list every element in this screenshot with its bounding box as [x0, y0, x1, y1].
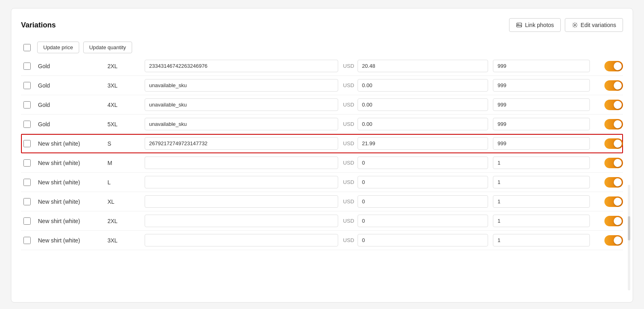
qty-input-2[interactable] [493, 98, 590, 111]
row-checkbox-wrapper-7[interactable] [21, 198, 33, 205]
price-input-6[interactable] [358, 176, 488, 188]
qty-input-4[interactable] [493, 137, 590, 150]
toggle-switch-4[interactable] [604, 138, 623, 149]
row-toggle-col-5[interactable] [595, 158, 623, 168]
sku-input-3[interactable] [145, 118, 338, 130]
row-checkbox-0[interactable] [23, 63, 31, 70]
qty-input-9[interactable] [493, 234, 590, 246]
row-sku-9[interactable] [145, 234, 338, 246]
row-toggle-col-1[interactable] [595, 80, 623, 91]
sku-input-9[interactable] [145, 234, 338, 246]
row-checkbox-wrapper-4[interactable] [21, 140, 33, 147]
qty-input-1[interactable] [493, 79, 590, 92]
row-qty-0[interactable] [493, 60, 590, 72]
row-checkbox-wrapper-1[interactable] [21, 82, 33, 89]
sku-input-8[interactable] [145, 215, 338, 227]
row-qty-4[interactable] [493, 137, 590, 150]
price-input-7[interactable] [358, 195, 488, 208]
price-input-9[interactable] [358, 234, 488, 246]
qty-input-8[interactable] [493, 215, 590, 227]
row-checkbox-wrapper-2[interactable] [21, 101, 33, 109]
row-toggle-col-6[interactable] [595, 177, 623, 188]
row-toggle-col-0[interactable] [595, 61, 623, 71]
sku-input-1[interactable] [145, 79, 338, 92]
sku-input-0[interactable] [145, 60, 338, 72]
row-checkbox-wrapper-9[interactable] [21, 237, 33, 244]
row-qty-7[interactable] [493, 195, 590, 208]
price-input-8[interactable] [358, 215, 488, 227]
row-qty-1[interactable] [493, 79, 590, 92]
price-input-1[interactable] [358, 79, 488, 92]
sku-input-2[interactable] [145, 98, 338, 111]
row-checkbox-9[interactable] [23, 237, 31, 244]
qty-input-0[interactable] [493, 60, 590, 72]
toggle-switch-8[interactable] [604, 216, 623, 226]
select-all-checkbox[interactable] [23, 44, 31, 51]
row-checkbox-wrapper-5[interactable] [21, 159, 33, 167]
row-qty-9[interactable] [493, 234, 590, 246]
row-checkbox-wrapper-3[interactable] [21, 121, 33, 128]
price-input-3[interactable] [358, 118, 488, 130]
row-checkbox-wrapper-8[interactable] [21, 217, 33, 225]
qty-input-5[interactable] [493, 157, 590, 169]
toggle-slider-9 [604, 235, 623, 246]
toggle-switch-3[interactable] [604, 119, 623, 129]
row-toggle-col-3[interactable] [595, 119, 623, 129]
row-checkbox-5[interactable] [23, 159, 31, 167]
row-qty-8[interactable] [493, 215, 590, 227]
row-sku-1[interactable] [145, 79, 338, 92]
row-qty-6[interactable] [493, 176, 590, 188]
row-sku-3[interactable] [145, 118, 338, 130]
row-checkbox-8[interactable] [23, 217, 31, 225]
edit-variations-button[interactable]: Edit variations [565, 18, 623, 32]
sku-input-4[interactable] [145, 137, 338, 150]
row-sku-5[interactable] [145, 157, 338, 169]
row-toggle-col-7[interactable] [595, 196, 623, 207]
toggle-switch-9[interactable] [604, 235, 623, 246]
row-toggle-col-4[interactable] [595, 138, 623, 149]
update-quantity-button[interactable]: Update quantity [83, 42, 132, 53]
select-all-checkbox-wrapper[interactable] [21, 44, 33, 51]
toggle-switch-1[interactable] [604, 80, 623, 91]
sku-input-6[interactable] [145, 176, 338, 188]
row-sku-8[interactable] [145, 215, 338, 227]
toggle-switch-5[interactable] [604, 158, 623, 168]
currency-label-0: USD [343, 63, 355, 69]
qty-input-7[interactable] [493, 195, 590, 208]
row-sku-2[interactable] [145, 98, 338, 111]
price-input-2[interactable] [358, 98, 488, 111]
row-checkbox-3[interactable] [23, 121, 31, 128]
update-price-button[interactable]: Update price [37, 42, 79, 53]
row-sku-4[interactable] [145, 137, 338, 150]
row-qty-5[interactable] [493, 157, 590, 169]
row-toggle-col-8[interactable] [595, 216, 623, 226]
row-qty-2[interactable] [493, 98, 590, 111]
price-input-0[interactable] [358, 60, 488, 72]
row-sku-7[interactable] [145, 195, 338, 208]
row-sku-0[interactable] [145, 60, 338, 72]
toggle-switch-2[interactable] [604, 100, 623, 110]
toggle-switch-6[interactable] [604, 177, 623, 188]
scrollbar-track[interactable] [628, 185, 630, 290]
qty-input-3[interactable] [493, 118, 590, 130]
row-qty-3[interactable] [493, 118, 590, 130]
price-input-4[interactable] [358, 137, 488, 150]
toggle-switch-0[interactable] [604, 61, 623, 71]
link-photos-button[interactable]: Link photos [509, 18, 561, 32]
row-checkbox-wrapper-0[interactable] [21, 63, 33, 70]
sku-input-7[interactable] [145, 195, 338, 208]
sku-input-5[interactable] [145, 157, 338, 169]
qty-input-6[interactable] [493, 176, 590, 188]
row-checkbox-1[interactable] [23, 82, 31, 89]
row-checkbox-7[interactable] [23, 198, 31, 205]
row-toggle-col-9[interactable] [595, 235, 623, 246]
row-checkbox-wrapper-6[interactable] [21, 179, 33, 186]
toggle-switch-7[interactable] [604, 196, 623, 207]
row-checkbox-6[interactable] [23, 179, 31, 186]
scrollbar-thumb[interactable] [628, 216, 630, 240]
row-sku-6[interactable] [145, 176, 338, 188]
row-toggle-col-2[interactable] [595, 100, 623, 110]
row-checkbox-2[interactable] [23, 101, 31, 109]
price-input-5[interactable] [358, 157, 488, 169]
row-checkbox-4[interactable] [23, 140, 31, 147]
